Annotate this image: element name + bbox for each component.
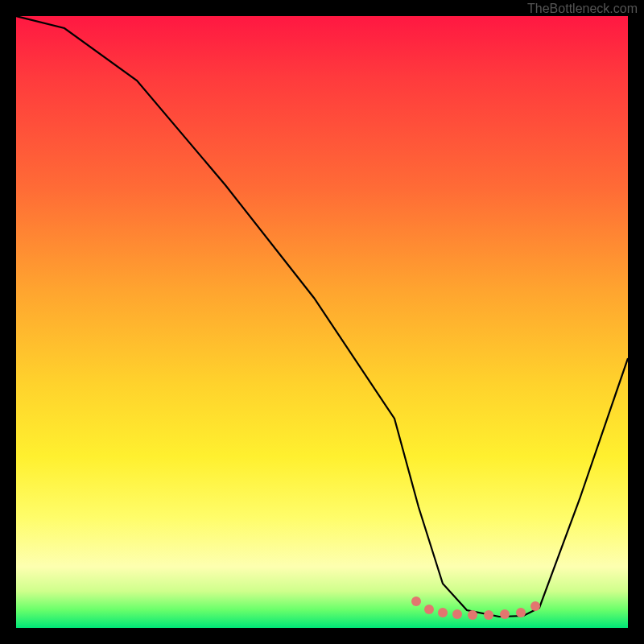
- gradient-plot-area: [16, 16, 628, 628]
- chart-stage: TheBottleneck.com: [0, 0, 644, 644]
- watermark-text: TheBottleneck.com: [527, 2, 638, 16]
